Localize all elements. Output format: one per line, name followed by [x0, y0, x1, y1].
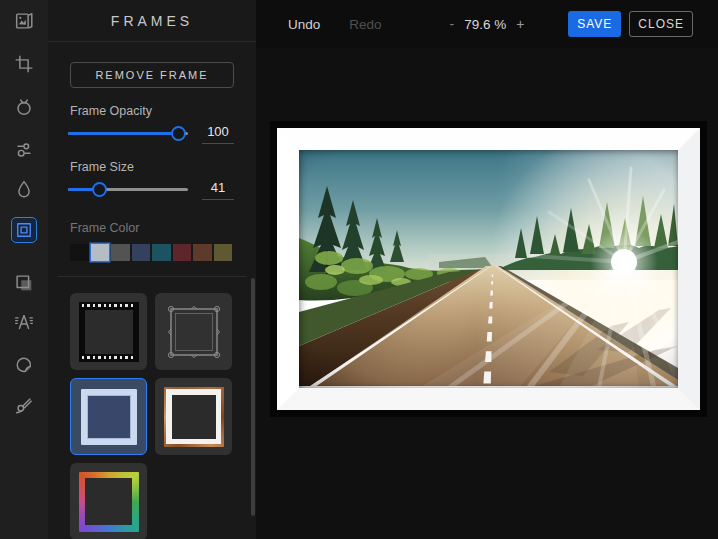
undo-button[interactable]: Undo: [288, 17, 320, 32]
frame-color-swatch-6[interactable]: [193, 244, 212, 261]
liquify-tool-icon[interactable]: [11, 176, 37, 202]
frame-style-grid: [70, 293, 232, 539]
panel-title: FRAMES: [111, 13, 193, 29]
adjust-tool-icon[interactable]: [11, 94, 37, 120]
frame-thumb-grunge[interactable]: [155, 378, 232, 455]
tool-rail: [0, 0, 48, 539]
frame-opacity-value[interactable]: 100: [202, 124, 234, 144]
frames-tool-icon[interactable]: [11, 217, 37, 243]
frame-opacity-label: Frame Opacity: [70, 104, 234, 118]
remove-frame-button[interactable]: REMOVE FRAME: [70, 62, 234, 88]
slider-fill: [68, 132, 178, 135]
frame-thumb-film-strip[interactable]: [70, 293, 147, 370]
topbar: Undo Redo - 79.6 % + SAVE CLOSE: [256, 0, 718, 48]
zoom-controls: - 79.6 % +: [440, 16, 535, 32]
borders-tool-icon[interactable]: [11, 270, 37, 296]
frame-color-swatch-7[interactable]: [214, 244, 233, 261]
image-tool-icon[interactable]: [11, 8, 37, 34]
close-button[interactable]: CLOSE: [629, 11, 693, 37]
workspace: Undo Redo - 79.6 % + SAVE CLOSE: [256, 0, 718, 539]
slider-handle[interactable]: [171, 126, 186, 141]
text-tool-icon[interactable]: [11, 309, 37, 335]
redo-button[interactable]: Redo: [349, 17, 381, 32]
frames-panel: FRAMES REMOVE FRAME Frame Opacity 100 Fr…: [48, 0, 256, 539]
frame-color-swatch-5[interactable]: [173, 244, 192, 261]
frame-color-swatch-4[interactable]: [152, 244, 171, 261]
frame-size-slider[interactable]: [68, 178, 188, 200]
frame-opacity-slider[interactable]: [68, 122, 188, 144]
framed-image[interactable]: [270, 121, 707, 417]
frame-color-swatch-0[interactable]: [70, 244, 89, 261]
panel-header: FRAMES: [48, 0, 256, 42]
photo-editor-app: FRAMES REMOVE FRAME Frame Opacity 100 Fr…: [0, 0, 718, 539]
frame-thumb-rainbow[interactable]: [70, 463, 147, 539]
zoom-out-button[interactable]: -: [440, 16, 465, 32]
slider-track[interactable]: [68, 188, 188, 191]
frame-color-label: Frame Color: [70, 221, 234, 235]
frame-size-value[interactable]: 41: [202, 180, 234, 200]
frame-size-label: Frame Size: [70, 160, 234, 174]
draw-tool-icon[interactable]: [11, 392, 37, 418]
frame-color-swatch-2[interactable]: [111, 244, 130, 261]
canvas-area[interactable]: [256, 48, 718, 539]
crop-tool-icon[interactable]: [11, 51, 37, 77]
frame-color-swatch-1[interactable]: [91, 244, 110, 261]
frame-thumb-classic-matte[interactable]: [70, 378, 147, 455]
panel-divider: [58, 276, 246, 277]
frame-color-swatch-3[interactable]: [132, 244, 151, 261]
effects-tool-icon[interactable]: [11, 137, 37, 163]
panel-scrollbar[interactable]: [251, 278, 255, 516]
frame-color-swatches: [70, 244, 234, 261]
zoom-in-button[interactable]: +: [506, 16, 534, 32]
frame-matte: [277, 128, 700, 410]
frame-thumb-ornate[interactable]: [155, 293, 232, 370]
stickers-tool-icon[interactable]: [11, 352, 37, 378]
slider-handle[interactable]: [92, 182, 107, 197]
save-button[interactable]: SAVE: [568, 11, 621, 37]
zoom-level: 79.6 %: [464, 17, 506, 32]
canvas-photo: [299, 150, 678, 388]
